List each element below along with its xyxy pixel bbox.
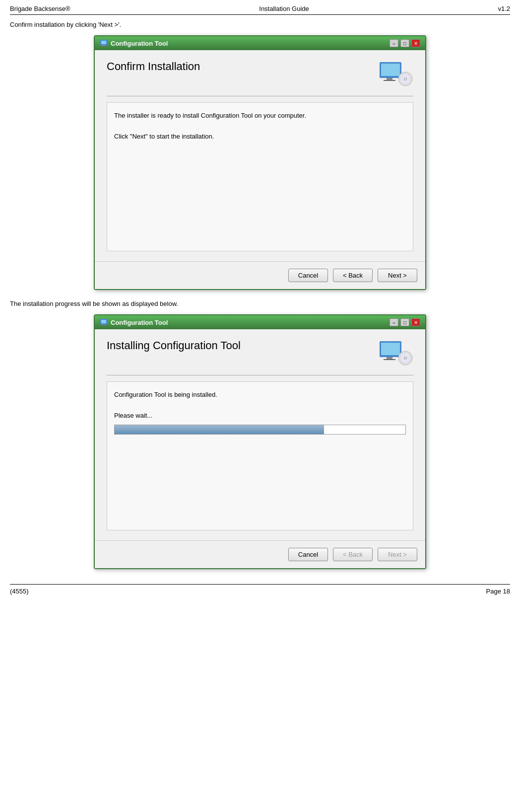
config-tool-icon <box>100 39 108 47</box>
installing-dialog: Configuration Tool – □ ✕ Installing Conf… <box>94 314 426 569</box>
header-left: Brigade Backsense® <box>10 5 70 12</box>
svg-rect-7 <box>384 80 395 81</box>
dialog1-body-line1: The installer is ready to install Config… <box>114 111 406 121</box>
dialog1-title-text: Configuration Tool <box>111 40 168 47</box>
config-tool-icon-2 <box>100 318 108 326</box>
computer-cd-icon <box>379 60 413 88</box>
progress-bar-fill <box>115 425 324 434</box>
dialog2-cancel-button[interactable]: Cancel <box>288 548 328 561</box>
svg-rect-14 <box>102 324 105 325</box>
svg-rect-3 <box>101 46 106 47</box>
dialog2-body-line1: Configuration Tool is being installed. <box>114 390 406 400</box>
dialog2-next-button[interactable]: Next > <box>378 548 417 561</box>
minimize-button[interactable]: – <box>390 39 398 47</box>
svg-rect-19 <box>384 359 395 360</box>
minimize-button-2[interactable]: – <box>390 318 398 326</box>
dialog2-heading-row: Installing Configuration Tool <box>107 339 413 367</box>
svg-rect-13 <box>101 320 106 323</box>
dialog1-title-area: Configuration Tool <box>100 39 168 47</box>
dialog1-heading: Confirm Installation <box>107 60 200 73</box>
svg-rect-5 <box>381 64 400 76</box>
dialog1-divider <box>107 96 413 96</box>
dialog2-content-area: Configuration Tool is being installed. P… <box>107 381 413 530</box>
dialog1-titlebar: Configuration Tool – □ ✕ <box>95 36 425 50</box>
please-wait-label: Please wait... <box>114 411 406 421</box>
dialog1-cancel-button[interactable]: Cancel <box>288 269 328 282</box>
footer-right: Page 18 <box>486 588 510 595</box>
dialog2-controls: – □ ✕ <box>390 318 420 326</box>
progress-bar-container <box>114 425 406 435</box>
dialog1-content-area: The installer is ready to install Config… <box>107 102 413 251</box>
header-center: Installation Guide <box>259 5 309 12</box>
dialog2-title-area: Configuration Tool <box>100 318 168 326</box>
footer-left: (4555) <box>10 588 29 595</box>
close-button-2[interactable]: ✕ <box>411 318 420 326</box>
close-button[interactable]: ✕ <box>411 39 420 47</box>
maximize-button-2[interactable]: □ <box>400 318 409 326</box>
dialog1-body: Confirm Installation The installer is re… <box>95 50 425 261</box>
dialog1-body-line2: Click "Next" to start the installation. <box>114 132 406 142</box>
svg-rect-17 <box>381 343 400 355</box>
dialog2-back-button[interactable]: < Back <box>333 548 373 561</box>
svg-rect-18 <box>387 357 392 359</box>
computer-cd-icon-2 <box>379 339 413 367</box>
svg-rect-6 <box>387 78 392 80</box>
dialog2-divider <box>107 375 413 375</box>
svg-rect-1 <box>101 41 106 44</box>
confirm-installation-dialog: Configuration Tool – □ ✕ Confirm Install… <box>94 35 426 290</box>
document-header: Brigade Backsense® Installation Guide v1… <box>10 5 510 15</box>
maximize-button[interactable]: □ <box>400 39 409 47</box>
dialog2-body: Installing Configuration Tool Configurat… <box>95 329 425 540</box>
dialog1-controls: – □ ✕ <box>390 39 420 47</box>
instruction-text-2: The installation progress will be shown … <box>10 300 510 307</box>
document-footer: (4555) Page 18 <box>10 584 510 595</box>
instruction-text-1: Confirm installation by clicking 'Next >… <box>10 21 510 28</box>
svg-point-23 <box>405 358 406 359</box>
svg-rect-2 <box>102 45 105 46</box>
dialog2-footer: Cancel < Back Next > <box>95 540 425 568</box>
dialog1-back-button[interactable]: < Back <box>333 269 373 282</box>
dialog2-heading: Installing Configuration Tool <box>107 339 241 352</box>
svg-rect-15 <box>101 325 106 326</box>
svg-point-11 <box>405 78 406 80</box>
header-right: v1.2 <box>498 5 510 12</box>
dialog1-heading-row: Confirm Installation <box>107 60 413 88</box>
dialog1-footer: Cancel < Back Next > <box>95 261 425 289</box>
dialog2-title-text: Configuration Tool <box>111 319 168 326</box>
dialog1-next-button[interactable]: Next > <box>378 269 417 282</box>
dialog2-titlebar: Configuration Tool – □ ✕ <box>95 315 425 329</box>
